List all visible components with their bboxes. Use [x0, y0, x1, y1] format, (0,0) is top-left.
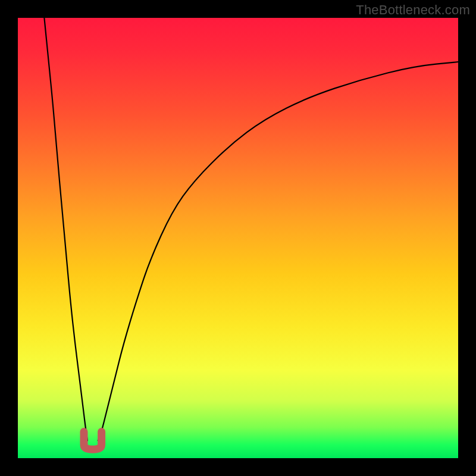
plot-area — [18, 18, 458, 458]
chart-frame: TheBottleneck.com — [0, 0, 476, 476]
curve-left-branch — [44, 18, 87, 440]
minimum-marker — [84, 432, 102, 450]
curve-right-branch — [98, 62, 458, 440]
curve-overlay — [18, 18, 458, 458]
watermark-text: TheBottleneck.com — [356, 2, 470, 18]
